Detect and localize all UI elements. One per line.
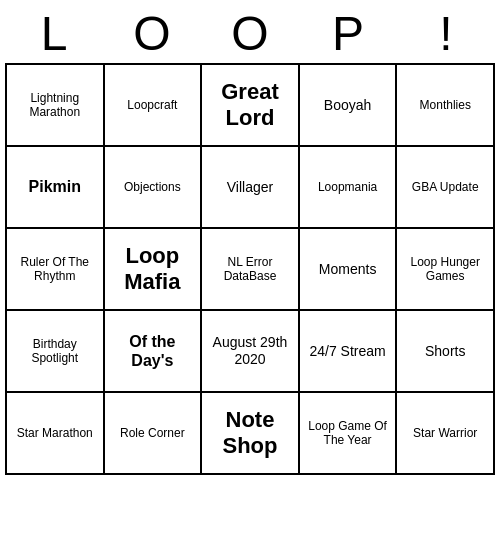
table-cell: Lightning Marathon	[6, 64, 104, 146]
table-row: Lightning MarathonLoopcraftGreat LordBoo…	[6, 64, 494, 146]
table-cell: GBA Update	[396, 146, 494, 228]
table-cell: Star Warrior	[396, 392, 494, 474]
table-cell: Monthlies	[396, 64, 494, 146]
table-cell: Ruler Of The Rhythm	[6, 228, 104, 310]
table-cell: Note Shop	[201, 392, 299, 474]
table-cell: Loop Game Of The Year	[299, 392, 397, 474]
table-row: PikminObjectionsVillagerLoopmaniaGBA Upd…	[6, 146, 494, 228]
table-cell: Shorts	[396, 310, 494, 392]
table-cell: Villager	[201, 146, 299, 228]
table-cell: Objections	[104, 146, 202, 228]
table-cell: Moments	[299, 228, 397, 310]
table-cell: Of the Day's	[104, 310, 202, 392]
table-cell: Loop Mafia	[104, 228, 202, 310]
table-cell: NL Error DataBase	[201, 228, 299, 310]
header-letter: !	[397, 6, 495, 61]
table-cell: Loopmania	[299, 146, 397, 228]
table-row: Star MarathonRole CornerNote ShopLoop Ga…	[6, 392, 494, 474]
table-cell: 24/7 Stream	[299, 310, 397, 392]
header-letter: L	[5, 6, 103, 61]
table-cell: Loopcraft	[104, 64, 202, 146]
header-letter: P	[299, 6, 397, 61]
table-cell: Pikmin	[6, 146, 104, 228]
table-cell: Great Lord	[201, 64, 299, 146]
bingo-grid: Lightning MarathonLoopcraftGreat LordBoo…	[5, 63, 495, 475]
table-cell: Booyah	[299, 64, 397, 146]
table-cell: Star Marathon	[6, 392, 104, 474]
table-cell: Role Corner	[104, 392, 202, 474]
header-letter: O	[103, 6, 201, 61]
table-cell: Loop Hunger Games	[396, 228, 494, 310]
table-cell: August 29th 2020	[201, 310, 299, 392]
table-row: Birthday SpotlightOf the Day'sAugust 29t…	[6, 310, 494, 392]
table-row: Ruler Of The RhythmLoop MafiaNL Error Da…	[6, 228, 494, 310]
header-letter: O	[201, 6, 299, 61]
table-cell: Birthday Spotlight	[6, 310, 104, 392]
bingo-header: LOOP!	[5, 0, 495, 63]
